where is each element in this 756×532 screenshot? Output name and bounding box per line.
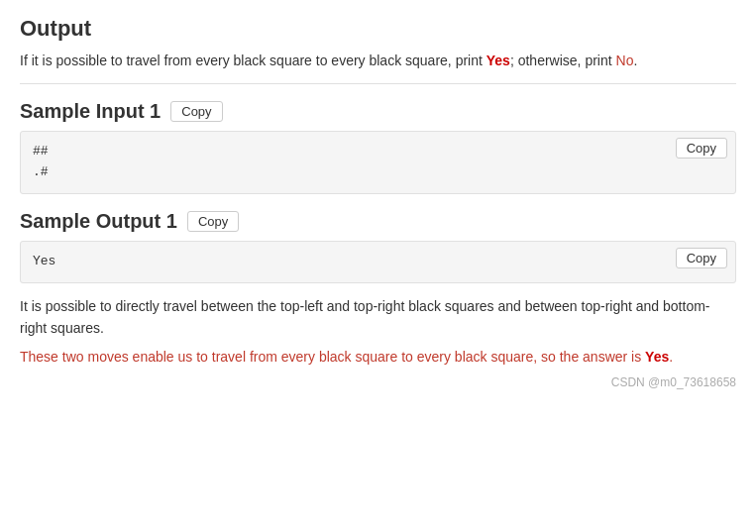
yes-highlight: Yes xyxy=(486,53,510,68)
explanation-text-2-end: . xyxy=(669,349,673,365)
no-highlight: No xyxy=(616,53,634,68)
sample-input-line-1: ## xyxy=(33,142,723,162)
output-text-part2: ; otherwise, print xyxy=(510,53,616,68)
sample-output-section: Sample Output 1 Copy Yes Copy xyxy=(20,210,736,283)
explanation-text-1: It is possible to directly travel betwee… xyxy=(20,295,736,340)
explanation-text-2-part1: These two moves enable us to travel from… xyxy=(20,349,645,365)
explanation-yes-highlight: Yes xyxy=(645,349,669,365)
explanation-section: It is possible to directly travel betwee… xyxy=(20,295,736,368)
output-description: If it is possible to travel from every b… xyxy=(20,50,736,71)
sample-output-copy-button[interactable]: Copy xyxy=(187,211,239,232)
output-text-part3: . xyxy=(633,53,637,68)
sample-output-header: Sample Output 1 Copy xyxy=(20,210,736,233)
sample-output-value: Yes xyxy=(33,252,723,272)
output-text-part1: If it is possible to travel from every b… xyxy=(20,53,486,68)
sample-output-code-block: Yes Copy xyxy=(20,241,736,283)
watermark: CSDN @m0_73618658 xyxy=(20,375,736,389)
divider-1 xyxy=(20,83,736,84)
sample-output-inner-copy-button[interactable]: Copy xyxy=(676,248,727,268)
sample-input-inner-copy-button[interactable]: Copy xyxy=(676,138,727,159)
sample-input-title: Sample Input 1 xyxy=(20,100,161,123)
sample-input-line-2: .# xyxy=(33,162,723,183)
sample-input-header: Sample Input 1 Copy xyxy=(20,100,736,123)
sample-input-code-block: ## .# Copy xyxy=(20,131,736,194)
sample-output-title: Sample Output 1 xyxy=(20,210,177,233)
output-section: Output If it is possible to travel from … xyxy=(20,16,736,71)
sample-input-copy-button[interactable]: Copy xyxy=(170,101,222,122)
output-title: Output xyxy=(20,16,736,42)
explanation-text-2: These two moves enable us to travel from… xyxy=(20,346,736,368)
sample-input-section: Sample Input 1 Copy ## .# Copy xyxy=(20,100,736,194)
